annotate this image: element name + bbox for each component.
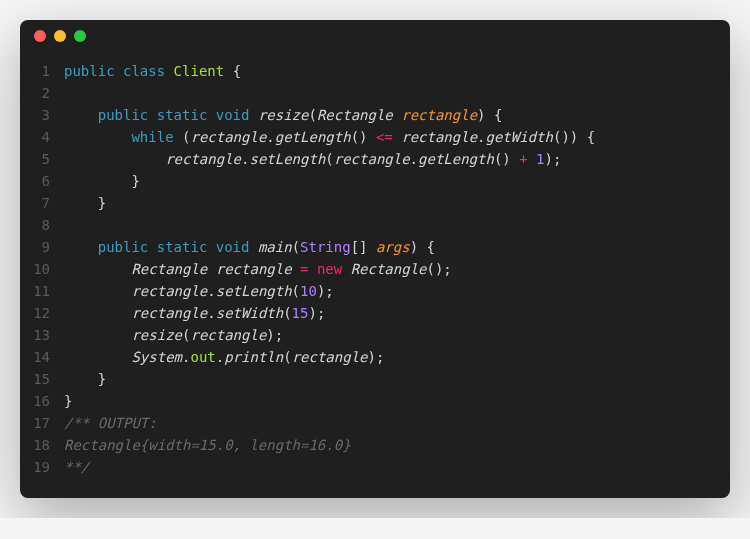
line-number: 6 xyxy=(20,170,64,192)
line-number: 5 xyxy=(20,148,64,170)
code-line: 9 public static void main(String[] args)… xyxy=(20,236,730,258)
code-content: public static void main(String[] args) { xyxy=(64,236,730,258)
code-content: while (rectangle.getLength() <= rectangl… xyxy=(64,126,730,148)
code-line: 6 } xyxy=(20,170,730,192)
line-number: 18 xyxy=(20,434,64,456)
close-icon[interactable] xyxy=(34,30,46,42)
code-content: Rectangle{width=15.0, length=16.0} xyxy=(64,434,730,456)
code-content: rectangle.setLength(10); xyxy=(64,280,730,302)
maximize-icon[interactable] xyxy=(74,30,86,42)
line-number: 12 xyxy=(20,302,64,324)
code-content xyxy=(64,214,730,236)
titlebar xyxy=(20,20,730,52)
line-number: 9 xyxy=(20,236,64,258)
code-line: 17/** OUTPUT: xyxy=(20,412,730,434)
code-content: /** OUTPUT: xyxy=(64,412,730,434)
line-number: 3 xyxy=(20,104,64,126)
code-content: resize(rectangle); xyxy=(64,324,730,346)
line-number: 10 xyxy=(20,258,64,280)
code-content: rectangle.setLength(rectangle.getLength(… xyxy=(64,148,730,170)
code-line: 16} xyxy=(20,390,730,412)
minimize-icon[interactable] xyxy=(54,30,66,42)
code-content: } xyxy=(64,368,730,390)
line-number: 8 xyxy=(20,214,64,236)
code-content: } xyxy=(64,192,730,214)
code-window: 1public class Client {2 3 public static … xyxy=(20,20,730,498)
code-content: public static void resize(Rectangle rect… xyxy=(64,104,730,126)
code-line: 4 while (rectangle.getLength() <= rectan… xyxy=(20,126,730,148)
code-line: 11 rectangle.setLength(10); xyxy=(20,280,730,302)
code-line: 15 } xyxy=(20,368,730,390)
code-line: 12 rectangle.setWidth(15); xyxy=(20,302,730,324)
code-line: 18Rectangle{width=15.0, length=16.0} xyxy=(20,434,730,456)
code-editor[interactable]: 1public class Client {2 3 public static … xyxy=(20,52,730,498)
code-content: System.out.println(rectangle); xyxy=(64,346,730,368)
code-content: **/ xyxy=(64,456,730,478)
line-number: 1 xyxy=(20,60,64,82)
code-content: } xyxy=(64,170,730,192)
code-line: 1public class Client { xyxy=(20,60,730,82)
line-number: 19 xyxy=(20,456,64,478)
code-line: 19**/ xyxy=(20,456,730,478)
code-line: 14 System.out.println(rectangle); xyxy=(20,346,730,368)
code-line: 13 resize(rectangle); xyxy=(20,324,730,346)
line-number: 16 xyxy=(20,390,64,412)
code-content: rectangle.setWidth(15); xyxy=(64,302,730,324)
line-number: 7 xyxy=(20,192,64,214)
code-content: public class Client { xyxy=(64,60,730,82)
code-content: Rectangle rectangle = new Rectangle(); xyxy=(64,258,730,280)
code-content: } xyxy=(64,390,730,412)
code-line: 2 xyxy=(20,82,730,104)
line-number: 2 xyxy=(20,82,64,104)
code-content xyxy=(64,82,730,104)
line-number: 15 xyxy=(20,368,64,390)
code-line: 5 rectangle.setLength(rectangle.getLengt… xyxy=(20,148,730,170)
line-number: 14 xyxy=(20,346,64,368)
line-number: 11 xyxy=(20,280,64,302)
line-number: 4 xyxy=(20,126,64,148)
code-line: 3 public static void resize(Rectangle re… xyxy=(20,104,730,126)
line-number: 17 xyxy=(20,412,64,434)
code-line: 8 xyxy=(20,214,730,236)
code-line: 7 } xyxy=(20,192,730,214)
line-number: 13 xyxy=(20,324,64,346)
code-line: 10 Rectangle rectangle = new Rectangle()… xyxy=(20,258,730,280)
